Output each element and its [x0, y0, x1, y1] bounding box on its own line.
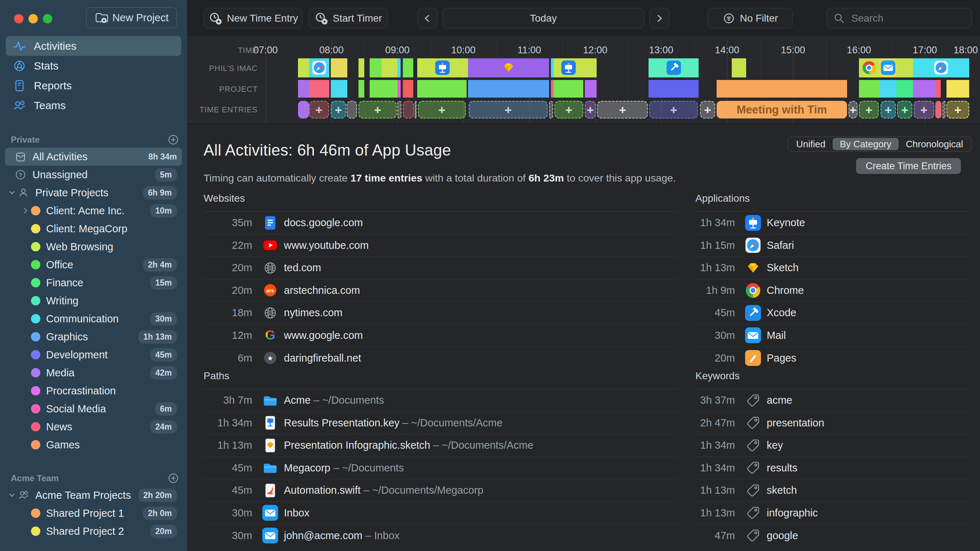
project-segment[interactable] — [947, 80, 969, 98]
project-segment[interactable] — [585, 80, 597, 98]
project-segment[interactable] — [398, 80, 401, 98]
filter-button[interactable]: No Filter — [707, 8, 793, 29]
time-entry-suggestion[interactable] — [403, 101, 414, 119]
sidebar-project-games[interactable]: Games — [5, 436, 182, 454]
zoom-window-button[interactable] — [43, 14, 52, 24]
path-row[interactable]: 30mjohn@acme.com – Inbox — [204, 524, 677, 547]
project-segment[interactable] — [309, 80, 330, 98]
time-entry-suggestion[interactable] — [549, 101, 553, 119]
app-usage-segment[interactable] — [370, 58, 382, 78]
project-segment[interactable] — [649, 80, 698, 98]
project-segment[interactable] — [298, 80, 309, 98]
path-row[interactable]: 1h 34mResults Presentation.key – ~/Docum… — [204, 412, 677, 435]
time-entry[interactable]: Meeting with Tim — [717, 101, 847, 119]
keyword-row[interactable]: 3h 37macme — [695, 389, 969, 412]
sidebar-project-office[interactable]: Office2h 4m — [5, 256, 182, 274]
app-usage-segment[interactable] — [398, 58, 401, 78]
project-segment[interactable] — [880, 80, 897, 98]
previous-day-button[interactable] — [417, 8, 438, 29]
time-entry-suggestion[interactable]: + — [649, 101, 698, 119]
app-usage-segment[interactable] — [358, 58, 364, 78]
project-segment[interactable] — [935, 80, 941, 98]
application-row[interactable]: 1h 13mSketch — [695, 257, 969, 279]
keyword-row[interactable]: 47mgoogle — [695, 524, 969, 547]
website-row[interactable]: 20marsarstechnica.com — [204, 279, 677, 302]
sidebar-project-media[interactable]: Media42m — [5, 364, 182, 382]
time-entry-suggestion[interactable] — [935, 101, 941, 119]
new-project-button[interactable]: New Project — [86, 7, 177, 28]
time-entry-suggestion[interactable]: + — [947, 101, 969, 119]
keyword-row[interactable]: 1h 13minfographic — [695, 502, 969, 525]
time-entry-suggestion[interactable]: + — [331, 101, 346, 119]
time-entry-suggestion[interactable] — [298, 101, 309, 119]
new-time-entry-button[interactable]: New Time Entry — [204, 8, 303, 29]
project-segment[interactable] — [913, 80, 935, 98]
time-entry-suggestion[interactable]: + — [597, 101, 648, 119]
project-segment[interactable] — [331, 80, 347, 98]
sidebar-project-communication[interactable]: Communication30m — [5, 310, 182, 328]
sidebar-item-stats[interactable]: Stats — [6, 56, 181, 76]
path-row[interactable]: 3h 7mAcme – ~/Documents — [204, 389, 677, 412]
time-entry-suggestion[interactable]: + — [881, 101, 896, 119]
keyword-row[interactable]: 1h 34mkey — [695, 434, 969, 457]
keyword-row[interactable]: 1h 13msketch — [695, 480, 969, 502]
time-entry-suggestion[interactable]: + — [469, 101, 548, 119]
add-project-button[interactable] — [167, 133, 180, 146]
time-entry-suggestion[interactable]: + — [585, 101, 596, 119]
website-row[interactable]: 12mGwww.google.com — [204, 324, 677, 347]
sidebar-project-development[interactable]: Development45m — [5, 346, 182, 364]
path-row[interactable]: 30mInbox — [204, 502, 677, 525]
view-mode-unified[interactable]: Unified — [789, 138, 833, 150]
app-usage-segment[interactable] — [331, 58, 347, 78]
website-row[interactable]: 6m★daringfireball.net — [204, 347, 677, 370]
application-row[interactable]: 1h 15mSafari — [695, 235, 969, 257]
view-mode-chronological[interactable]: Chronological — [899, 138, 970, 150]
application-row[interactable]: 1h 34mKeynote — [695, 212, 969, 235]
time-entry-suggestion[interactable] — [415, 101, 417, 119]
add-project-button[interactable] — [167, 472, 180, 485]
keyword-row[interactable]: 1h 34mresults — [695, 457, 969, 480]
sidebar-project-shared-project-2[interactable]: Shared Project 220m — [5, 522, 182, 540]
project-segment[interactable] — [403, 80, 413, 98]
sidebar-project-graphics[interactable]: Graphics1h 13m — [5, 328, 182, 346]
sidebar-project-client-megacorp[interactable]: Client: MegaCorp — [5, 220, 182, 238]
application-row[interactable]: 20mPages — [695, 347, 969, 370]
sidebar-project-all-activities[interactable]: All Activities8h 34m — [5, 148, 182, 166]
time-entry-suggestion[interactable] — [943, 101, 945, 119]
time-entry-suggestion[interactable]: + — [309, 101, 329, 119]
minimize-window-button[interactable] — [29, 14, 38, 24]
sidebar-project-web-browsing[interactable]: Web Browsing — [5, 238, 182, 256]
app-usage-segment[interactable] — [403, 58, 413, 78]
project-segment[interactable] — [717, 80, 847, 98]
path-row[interactable]: 45mAutomation.swift – ~/Documents/Megaco… — [204, 480, 677, 502]
path-row[interactable]: 1h 13mPresentation Infographic.sketch – … — [204, 434, 677, 457]
app-usage-segment[interactable] — [896, 58, 913, 78]
create-time-entries-button[interactable]: Create Time Entries — [856, 158, 961, 174]
website-row[interactable]: 22mwww.youtube.com — [204, 235, 677, 257]
sidebar-item-teams[interactable]: Teams — [6, 95, 181, 115]
time-entry-suggestion[interactable]: + — [848, 101, 858, 119]
sidebar-item-activities[interactable]: Activities — [6, 36, 181, 56]
time-entry-suggestion[interactable] — [398, 101, 401, 119]
project-segment[interactable] — [370, 80, 398, 98]
sidebar-project-finance[interactable]: Finance15m — [5, 274, 182, 292]
application-row[interactable]: 30mMail — [695, 324, 969, 347]
project-segment[interactable] — [551, 80, 554, 98]
chevron-down-icon[interactable] — [6, 188, 17, 197]
project-segment[interactable] — [859, 80, 880, 98]
sidebar-project-unassigned[interactable]: ?Unassigned5m — [5, 166, 182, 184]
sidebar-project-shared-project-1[interactable]: Shared Project 12h 0m — [5, 504, 182, 522]
sidebar-item-reports[interactable]: Reports — [6, 76, 181, 95]
time-entry-suggestion[interactable]: + — [555, 101, 584, 119]
project-segment[interactable] — [468, 80, 549, 98]
website-row[interactable]: 35mdocs.google.com — [204, 212, 677, 235]
project-segment[interactable] — [358, 80, 364, 98]
keyword-row[interactable]: 2h 47mpresentation — [695, 412, 969, 435]
next-day-button[interactable] — [649, 8, 670, 29]
time-entry-suggestion[interactable] — [347, 101, 357, 119]
path-row[interactable]: 45mMegacorp – ~/Documents — [204, 457, 677, 480]
app-usage-segment[interactable] — [583, 58, 597, 78]
sidebar-project-writing[interactable]: Writing — [5, 292, 182, 310]
time-entry-suggestion[interactable]: + — [897, 101, 912, 119]
chevron-down-icon[interactable] — [6, 491, 17, 500]
